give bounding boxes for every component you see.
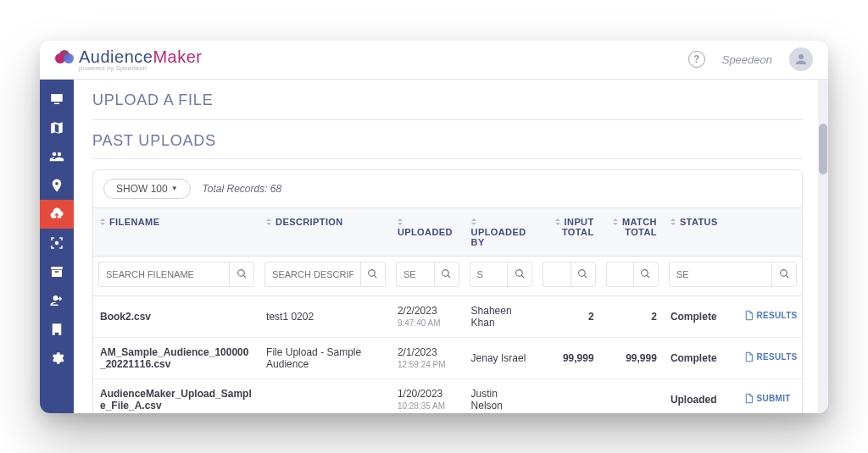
map-icon: [49, 120, 64, 135]
nav-archive[interactable]: [40, 257, 74, 286]
cell-input-total: 2: [588, 311, 594, 323]
nav-user-add[interactable]: [40, 286, 74, 315]
filter-filename[interactable]: [98, 262, 229, 287]
row-action-link[interactable]: SUBMIT: [744, 393, 791, 404]
scrollbar-track[interactable]: [818, 80, 828, 413]
brand-logo[interactable]: AudienceMaker powered by Speedeon: [55, 47, 202, 72]
title-upload-file: UPLOAD A FILE: [92, 85, 803, 120]
cell-status: Complete: [670, 352, 717, 364]
filter-uploaded-by-btn[interactable]: [507, 262, 532, 287]
search-icon: [515, 268, 526, 279]
uploads-table: FILENAME DESCRIPTION UPLOADED UPLOADED B…: [93, 207, 802, 413]
left-sidebar: [40, 80, 74, 413]
search-icon: [577, 268, 588, 279]
col-match-total[interactable]: MATCH TOTAL: [601, 207, 664, 256]
cell-time: 12:59:24 PM: [398, 360, 446, 369]
cell-date: 2/1/2023: [398, 346, 437, 358]
filter-filename-btn[interactable]: [229, 262, 254, 287]
cell-date: 1/20/2023: [398, 388, 442, 400]
nav-capture[interactable]: [40, 229, 74, 257]
filter-status[interactable]: [669, 262, 771, 287]
person-icon: [793, 52, 809, 67]
search-icon: [441, 268, 452, 279]
cell-status: Complete: [670, 311, 717, 323]
filter-description-btn[interactable]: [360, 262, 386, 287]
archive-icon: [49, 264, 64, 279]
doc-icon: [744, 393, 754, 404]
cell-filename: AudienceMaker_Upload_Sample_File_A.csv: [100, 388, 252, 412]
cell-time: 9:47:40 AM: [398, 318, 441, 328]
col-status[interactable]: STATUS: [664, 207, 737, 256]
table-row: Book2.csvtest1 02022/2/20239:47:40 AMSha…: [93, 296, 802, 337]
app-window: AudienceMaker powered by Speedeon ? Spee…: [40, 41, 828, 413]
filter-input-total-btn[interactable]: [570, 262, 596, 287]
brand-word1: Audience: [79, 47, 153, 66]
user-plus-icon: [49, 293, 64, 308]
logo-mark-icon: [55, 50, 74, 69]
search-icon: [236, 268, 248, 279]
logo-text-wrap: AudienceMaker powered by Speedeon: [79, 47, 202, 72]
show-label: SHOW 100: [116, 183, 168, 195]
cell-match-total: 99,999: [626, 352, 657, 364]
row-action-label: SUBMIT: [757, 394, 791, 403]
doc-icon: [744, 351, 754, 362]
title-past-uploads: PAST UPLOADS: [92, 125, 803, 159]
building-icon: [49, 322, 64, 337]
capture-icon: [49, 235, 64, 251]
cell-match-total: 2: [651, 311, 657, 323]
table-row: AudienceMaker_Upload_Sample_File_A.csv1/…: [93, 378, 802, 413]
search-icon: [779, 268, 790, 279]
table-row: AM_Sample_Audience_100000_20221116.csvFi…: [93, 337, 802, 378]
uploads-panel: SHOW 100 ▼ Total Records: 68 FILENAME: [92, 169, 803, 413]
search-icon: [367, 268, 378, 279]
filter-status-btn[interactable]: [771, 262, 797, 287]
row-action-label: RESULTS: [757, 352, 798, 362]
filter-match-total-btn[interactable]: [633, 262, 659, 287]
nav-location[interactable]: [40, 171, 74, 200]
nav-map[interactable]: [40, 113, 74, 142]
doc-icon: [744, 310, 754, 321]
show-count-button[interactable]: SHOW 100 ▼: [103, 179, 191, 199]
help-icon[interactable]: ?: [688, 51, 705, 68]
nav-dashboard[interactable]: [40, 85, 74, 113]
nav-audiences[interactable]: [40, 142, 74, 171]
filter-uploaded-by[interactable]: [470, 262, 508, 287]
nav-upload[interactable]: [40, 200, 74, 229]
user-avatar[interactable]: [789, 47, 813, 71]
cell-input-total: 99,999: [563, 352, 594, 364]
cell-uploaded-by: Shaheen Khan: [471, 305, 512, 329]
monitor-icon: [49, 91, 64, 107]
cell-description: test1 0202: [266, 311, 314, 323]
cloud-upload-icon: [49, 207, 64, 222]
col-input-total[interactable]: INPUT TOTAL: [537, 207, 600, 256]
nav-building[interactable]: [40, 315, 74, 344]
col-filename[interactable]: FILENAME: [93, 207, 259, 256]
row-action-link[interactable]: RESULTS: [744, 310, 798, 321]
col-uploaded[interactable]: UPLOADED: [391, 207, 465, 256]
cell-date: 2/2/2023: [398, 305, 437, 317]
main-panel: UPLOAD A FILE PAST UPLOADS SHOW 100 ▼ To…: [74, 80, 828, 413]
scrollbar-thumb[interactable]: [819, 124, 827, 174]
row-action-link[interactable]: RESULTS: [744, 351, 798, 362]
people-icon: [49, 149, 64, 164]
filter-match-total[interactable]: [606, 262, 633, 287]
cell-status: Uploaded: [670, 394, 717, 406]
filter-uploaded-btn[interactable]: [434, 262, 459, 287]
filter-uploaded[interactable]: [396, 262, 434, 287]
filter-input-total[interactable]: [542, 262, 570, 287]
cell-filename: Book2.csv: [100, 311, 151, 323]
col-uploaded-by[interactable]: UPLOADED BY: [465, 207, 538, 256]
search-icon: [640, 268, 651, 279]
cell-filename: AM_Sample_Audience_100000_20221116.csv: [100, 346, 248, 370]
total-records-label: Total Records: 68: [203, 183, 282, 195]
gear-icon: [49, 351, 64, 366]
cell-uploaded-by: Jenay Israel: [471, 352, 526, 364]
filter-description[interactable]: [264, 262, 360, 287]
pin-icon: [49, 178, 64, 193]
col-description[interactable]: DESCRIPTION: [259, 207, 391, 256]
cell-time: 10:28:35 AM: [398, 401, 445, 411]
brand-word2: Maker: [153, 47, 202, 66]
chevron-down-icon: ▼: [171, 185, 178, 192]
nav-settings[interactable]: [40, 344, 74, 373]
row-action-label: RESULTS: [757, 311, 798, 320]
